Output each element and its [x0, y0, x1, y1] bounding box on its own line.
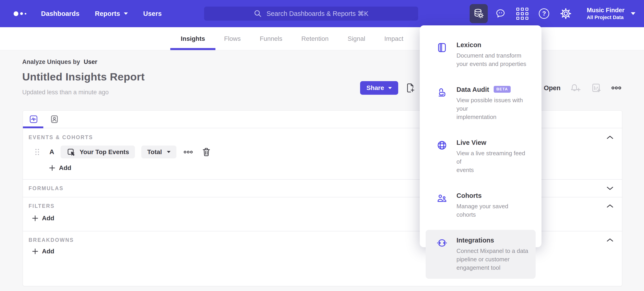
- nav-users[interactable]: Users: [143, 10, 162, 17]
- formulas-label: FORMULAS: [28, 185, 64, 192]
- topnav: Dashboards Reports Users: [41, 0, 162, 27]
- events-cohorts-label: EVENTS & COHORTS: [28, 134, 93, 141]
- cohorts-people-icon: [436, 192, 448, 219]
- menu-item-lexicon[interactable]: Lexicon Document and transform your even…: [426, 34, 536, 75]
- report-title[interactable]: Untitled Insights Report: [22, 70, 145, 83]
- help-button[interactable]: ?: [535, 4, 553, 23]
- menu-item-integrations[interactable]: Integrations Connect Mixpanel to a data …: [426, 230, 536, 279]
- data-audit-lock-icon: [436, 86, 448, 121]
- delete-event-trash-icon[interactable]: [202, 148, 210, 157]
- project-scope: All Project Data: [587, 14, 624, 21]
- lexicon-book-icon: [436, 41, 448, 68]
- menu-item-data-audit[interactable]: Data Audit BETA View possible issues wit…: [426, 79, 536, 128]
- help-icon: ?: [539, 8, 549, 19]
- apps-button[interactable]: [513, 4, 531, 23]
- tab-impact[interactable]: Impact: [384, 27, 404, 50]
- chevron-down-icon: [388, 87, 392, 89]
- event-series-letter: A: [50, 148, 54, 156]
- tab-funnels[interactable]: Funnels: [259, 27, 283, 50]
- menu-item-live-view[interactable]: Live View View a live streaming feed of …: [426, 132, 536, 181]
- mixpanel-logo-icon[interactable]: [14, 0, 26, 27]
- active-tab-underline: [23, 126, 43, 128]
- settings-button[interactable]: [557, 4, 575, 23]
- report-updated-status: Updated less than a minute ago: [22, 89, 145, 96]
- chevron-down-icon: [124, 12, 128, 15]
- plus-icon: [32, 248, 38, 255]
- project-name: Music Finder: [587, 6, 624, 14]
- chart-add-icon[interactable]: [591, 83, 601, 93]
- expand-formulas-chevron-down-icon[interactable]: [605, 185, 615, 192]
- apps-grid-icon: [516, 8, 528, 20]
- topbar: Dashboards Reports Users Search Dashboar…: [0, 0, 644, 27]
- event-more-options-icon[interactable]: [184, 150, 193, 154]
- tab-signal[interactable]: Signal: [347, 27, 366, 50]
- project-switcher[interactable]: Music Finder All Project Data: [587, 6, 636, 21]
- users-profile-tab[interactable]: [50, 115, 58, 123]
- tab-flows[interactable]: Flows: [224, 27, 241, 50]
- feedback-button[interactable]: [492, 4, 510, 23]
- feedback-chat-icon: [495, 8, 506, 19]
- integrations-sync-icon: [436, 237, 448, 272]
- events-pulse-tab[interactable]: [30, 115, 38, 123]
- search-input[interactable]: Search Dashboards & Reports ⌘K: [204, 6, 418, 21]
- data-management-button[interactable]: [470, 4, 488, 23]
- analyze-line: Analyze Uniques by User: [22, 58, 145, 65]
- collapse-breakdowns-chevron-up-icon[interactable]: [605, 237, 615, 243]
- chevron-down-icon: [631, 12, 636, 15]
- plus-icon: [32, 215, 38, 221]
- share-button[interactable]: Share: [360, 81, 398, 95]
- report-tabbar: Insights Flows Funnels Retention Signal …: [0, 27, 644, 50]
- report-actions-left: Share N: [360, 81, 424, 95]
- event-selector-button[interactable]: Your Top Events: [60, 145, 135, 158]
- chevron-down-icon: [167, 151, 170, 153]
- report-actions-right: Open: [529, 81, 621, 95]
- event-click-icon: [66, 148, 76, 157]
- live-view-globe-icon: [436, 139, 448, 174]
- collapse-filters-chevron-up-icon[interactable]: [605, 203, 615, 209]
- data-tools-menu: Lexicon Document and transform your even…: [420, 25, 542, 247]
- collapse-events-chevron-up-icon[interactable]: [605, 134, 615, 141]
- report-header: Analyze Uniques by User Untitled Insight…: [22, 58, 145, 96]
- menu-item-cohorts[interactable]: Cohorts Manage your saved cohorts: [426, 185, 536, 226]
- search-icon: [254, 9, 262, 18]
- beta-badge: BETA: [494, 86, 511, 93]
- new-document-icon: [406, 83, 416, 93]
- search-placeholder: Search Dashboards & Reports ⌘K: [266, 10, 368, 17]
- tab-retention[interactable]: Retention: [301, 27, 329, 50]
- mixpanel-app: Dashboards Reports Users Search Dashboar…: [0, 0, 644, 291]
- metric-dropdown[interactable]: Total: [141, 145, 176, 158]
- settings-gear-icon: [560, 8, 572, 19]
- data-management-icon: [473, 8, 484, 19]
- filters-label: FILTERS: [28, 203, 55, 209]
- breakdowns-label: BREAKDOWNS: [28, 237, 74, 243]
- tab-insights[interactable]: Insights: [180, 27, 206, 50]
- more-options-icon[interactable]: [611, 86, 621, 90]
- analyze-label: Analyze Uniques by: [22, 58, 80, 65]
- topbar-right: ?: [470, 0, 636, 27]
- nav-reports[interactable]: Reports: [95, 10, 128, 17]
- analyze-entity-selector[interactable]: User: [84, 58, 97, 65]
- nav-dashboards[interactable]: Dashboards: [41, 10, 80, 17]
- drag-handle-icon[interactable]: [35, 149, 39, 155]
- alert-bell-plus-icon[interactable]: [570, 83, 581, 93]
- plus-icon: [49, 165, 55, 171]
